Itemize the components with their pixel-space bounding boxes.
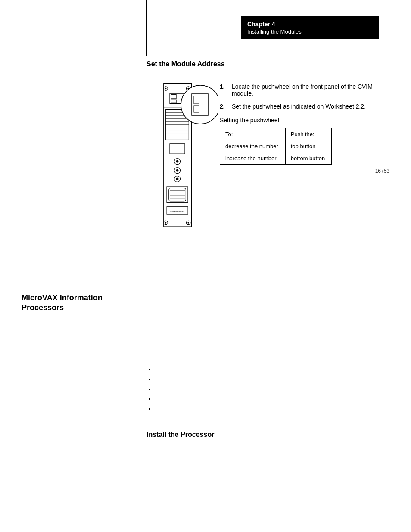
instruction-1: 1. Locate the pushwheel on the front pan… bbox=[220, 83, 389, 97]
svg-point-26 bbox=[176, 160, 179, 163]
module-illustration: ALLEN-BRADLEY bbox=[146, 81, 211, 233]
instruction-1-num: 1. bbox=[220, 83, 228, 97]
microvax-section: MicroVAX Information Processors bbox=[22, 293, 116, 313]
chapter-header: Chapter 4 Installing the Modules bbox=[241, 16, 379, 39]
bullet-list bbox=[146, 366, 157, 416]
svg-text:ALLEN-BRADLEY: ALLEN-BRADLEY bbox=[170, 211, 185, 213]
svg-point-42 bbox=[187, 222, 189, 224]
table-cell-increase-action: increase the number bbox=[220, 152, 286, 165]
list-item bbox=[155, 396, 157, 402]
svg-point-30 bbox=[176, 178, 179, 180]
table-row-increase: increase the number bottom button bbox=[220, 152, 332, 165]
table-cell-increase-button: bottom button bbox=[285, 152, 331, 165]
figure-number: 16753 bbox=[220, 168, 389, 174]
instruction-2-num: 2. bbox=[220, 103, 228, 110]
install-processor-heading: Install the Processor bbox=[146, 431, 214, 439]
table-cell-decrease-button: top button bbox=[285, 140, 331, 152]
table-header-push: Push the: bbox=[285, 128, 331, 140]
pushwheel-table: To: Push the: decrease the number top bu… bbox=[220, 128, 332, 165]
instruction-2-text: Set the pushwheel as indicated on Worksh… bbox=[232, 103, 389, 110]
svg-point-40 bbox=[165, 222, 167, 224]
table-cell-decrease-action: decrease the number bbox=[220, 140, 286, 152]
chapter-label: Chapter 4 bbox=[247, 21, 373, 28]
svg-rect-3 bbox=[194, 96, 199, 104]
svg-rect-32 bbox=[169, 188, 186, 201]
table-row-decrease: decrease the number top button bbox=[220, 140, 332, 152]
svg-point-7 bbox=[165, 88, 167, 90]
table-header-to: To: bbox=[220, 128, 286, 140]
list-item bbox=[155, 376, 157, 383]
svg-rect-4 bbox=[194, 106, 199, 112]
zoom-circle bbox=[170, 81, 213, 124]
instruction-1-text: Locate the pushwheel on the front panel … bbox=[232, 83, 389, 97]
diagram-area: ALLEN-BRADLEY 1. Locate the pushwheel on… bbox=[146, 81, 389, 233]
microvax-title: MicroVAX Information Processors bbox=[22, 293, 116, 313]
list-item bbox=[155, 386, 157, 392]
instructions-area: 1. Locate the pushwheel on the front pan… bbox=[220, 81, 389, 233]
list-item bbox=[155, 366, 157, 373]
instruction-2: 2. Set the pushwheel as indicated on Wor… bbox=[220, 103, 389, 110]
table-header-row: To: Push the: bbox=[220, 128, 332, 140]
setting-label: Setting the pushwheel: bbox=[220, 117, 389, 124]
svg-rect-24 bbox=[170, 144, 185, 154]
chapter-title: Installing the Modules bbox=[247, 28, 373, 35]
bullet-items bbox=[146, 366, 157, 412]
main-content: Set the Module Address bbox=[0, 60, 411, 233]
left-border-line bbox=[146, 0, 147, 56]
svg-point-28 bbox=[176, 169, 179, 172]
list-item bbox=[155, 406, 157, 412]
set-module-address-heading: Set the Module Address bbox=[146, 60, 389, 68]
